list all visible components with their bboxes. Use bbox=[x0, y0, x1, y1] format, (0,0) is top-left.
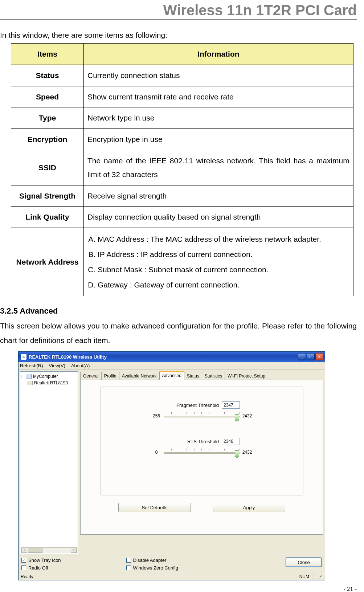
tab-wps[interactable]: Wi-Fi Protect Setup bbox=[225, 372, 268, 380]
maximize-button[interactable]: □ bbox=[307, 353, 315, 360]
tree-adapter[interactable]: Realtek RTL8190 bbox=[34, 380, 68, 385]
titlebar[interactable]: ⌁ REALTEK RTL8190 Wireless Utility _ □ × bbox=[19, 352, 325, 362]
scroll-thumb[interactable] bbox=[28, 548, 42, 553]
minimize-button[interactable]: _ bbox=[298, 353, 306, 360]
fragment-value[interactable]: 2347 bbox=[222, 401, 240, 409]
rts-label: RTS Threshold bbox=[164, 439, 222, 444]
menu-about[interactable]: About(A) bbox=[71, 363, 90, 368]
rts-max: 2432 bbox=[240, 450, 254, 455]
checkbox-icon[interactable] bbox=[126, 558, 131, 563]
fragment-label: Fragment Threshold bbox=[164, 403, 222, 408]
apply-button[interactable]: Apply bbox=[213, 503, 285, 512]
menu-view[interactable]: View(V) bbox=[49, 363, 65, 368]
rts-slider[interactable] bbox=[164, 449, 240, 456]
rts-slider-thumb[interactable] bbox=[235, 450, 239, 458]
th-info: Information bbox=[84, 44, 353, 65]
tab-profile[interactable]: Profile bbox=[101, 372, 119, 380]
checkbox-icon[interactable] bbox=[21, 566, 26, 570]
statusbar: Ready NUM ⋰ bbox=[19, 573, 325, 580]
checkbox-icon[interactable] bbox=[126, 566, 131, 570]
table-row: SpeedShow current transmit rate and rece… bbox=[11, 86, 353, 107]
opt-disable-adapter[interactable]: Disable Adapter bbox=[126, 558, 178, 563]
opt-radio-off[interactable]: Radio Off bbox=[21, 565, 61, 571]
doc-header: Wireless 11n 1T2R PCI Card bbox=[0, 2, 357, 20]
section-text: This screen below allows you to make adv… bbox=[0, 319, 357, 348]
table-row: StatusCurrently connection status bbox=[11, 65, 353, 86]
table-row: SSIDThe name of the IEEE 802.11 wireless… bbox=[11, 150, 353, 185]
intro-text: In this window, there are some items as … bbox=[0, 31, 357, 40]
footer-options: ✓Show Tray Icon Radio Off Disable Adapte… bbox=[19, 555, 325, 573]
app-icon: ⌁ bbox=[21, 354, 26, 360]
table-row: Link QualityDisplay connection quality b… bbox=[11, 207, 353, 228]
page-number: - 21 - bbox=[0, 585, 357, 592]
th-items: Items bbox=[11, 44, 84, 65]
network-address-list: MAC Address : The MAC address of the wir… bbox=[87, 232, 349, 292]
table-row: Signal StrengthReceive signal strength bbox=[11, 185, 353, 207]
items-table: Items Information StatusCurrently connec… bbox=[11, 43, 353, 296]
fragment-slider[interactable] bbox=[164, 412, 240, 420]
app-window: ⌁ REALTEK RTL8190 Wireless Utility _ □ ×… bbox=[18, 351, 325, 580]
menubar: Refresh(R) View(V) About(A) bbox=[19, 362, 325, 370]
section-heading: 3.2.5 Advanced bbox=[0, 306, 357, 316]
close-button[interactable]: Close bbox=[286, 558, 322, 567]
tab-statistics[interactable]: Statistics bbox=[202, 372, 225, 380]
table-row: TypeNetwork type in use bbox=[11, 107, 353, 129]
window-title: REALTEK RTL8190 Wireless Utility bbox=[29, 354, 107, 360]
tree-scrollbar[interactable]: ‹ › bbox=[21, 547, 77, 553]
rts-min: 0 bbox=[149, 450, 164, 455]
tab-general[interactable]: General bbox=[80, 372, 102, 380]
adapter-icon bbox=[27, 381, 33, 385]
status-grip-icon: ⋰ bbox=[314, 573, 323, 580]
tab-bar: General Profile Available Network Advanc… bbox=[80, 371, 323, 380]
computer-icon bbox=[26, 374, 32, 379]
threshold-group: Fragment Threshold 2347 256 2432 bbox=[100, 387, 303, 495]
fragment-min: 256 bbox=[149, 413, 164, 419]
opt-show-tray[interactable]: ✓Show Tray Icon bbox=[21, 558, 61, 563]
tab-available-network[interactable]: Available Network bbox=[119, 372, 160, 380]
checkbox-checked-icon[interactable]: ✓ bbox=[21, 558, 26, 563]
menu-refresh[interactable]: Refresh(R) bbox=[20, 363, 43, 368]
tree-collapse-icon[interactable]: - bbox=[21, 375, 24, 378]
set-defaults-button[interactable]: Set Defaults bbox=[118, 503, 191, 512]
scroll-left-icon[interactable]: ‹ bbox=[21, 548, 27, 553]
fragment-slider-thumb[interactable] bbox=[235, 414, 239, 421]
table-row: Network Address MAC Address : The MAC ad… bbox=[11, 228, 353, 296]
table-row: EncryptionEncryption type in use bbox=[11, 129, 353, 150]
rts-value[interactable]: 2346 bbox=[222, 438, 240, 445]
opt-wzc[interactable]: Windows Zero Config bbox=[126, 565, 178, 571]
doc-title: Wireless 11n 1T2R PCI Card bbox=[0, 2, 357, 19]
status-ready: Ready bbox=[21, 574, 33, 579]
status-num: NUM bbox=[295, 573, 314, 580]
advanced-panel: Fragment Threshold 2347 256 2432 bbox=[80, 380, 323, 535]
scroll-right-icon[interactable]: › bbox=[71, 548, 77, 553]
device-tree[interactable]: - MyComputer Realtek RTL8190 ‹ › bbox=[20, 371, 78, 554]
tab-status[interactable]: Status bbox=[184, 372, 202, 380]
tab-advanced[interactable]: Advanced bbox=[159, 371, 184, 380]
tree-root[interactable]: MyComputer bbox=[33, 374, 58, 379]
close-window-button[interactable]: × bbox=[315, 353, 323, 360]
fragment-max: 2432 bbox=[240, 413, 254, 419]
